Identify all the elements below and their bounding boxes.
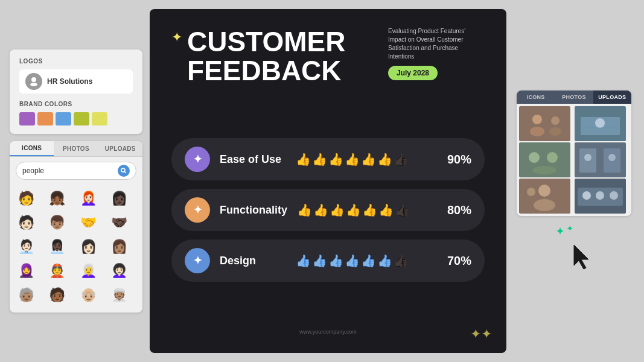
color-swatches [19, 112, 133, 125]
photo-cell-3[interactable] [519, 142, 570, 177]
icon-cell[interactable]: 🧕 [14, 259, 37, 282]
icon-cell[interactable]: 🧓🏽 [14, 284, 37, 306]
icon-grid: 🧑 👧🏾 👩🏻‍🦰 👩🏿 🧑🏻 👦🏽 🤝 🤝🏿 🧑🏻‍💼 👩🏿‍💼 👩🏻 👩🏽 … [10, 185, 142, 313]
functionality-thumbs: 👍 👍 👍 👍 👍 👍 👍🏿 [297, 203, 434, 217]
swatch-blue[interactable] [56, 112, 71, 125]
svg-point-15 [547, 152, 558, 163]
feedback-row-functionality: ✦ Functionality 👍 👍 👍 👍 👍 👍 👍🏿 80% [171, 189, 485, 231]
thumb: 👍 [296, 152, 311, 167]
cursor-area: ✦ ✦ [550, 223, 598, 272]
icon-cell[interactable]: 👳🏽 [108, 284, 131, 306]
ease-icon: ✦ [185, 147, 210, 172]
svg-rect-4 [519, 106, 570, 141]
logo-icon [25, 73, 42, 90]
thumb: 👍 [328, 152, 343, 167]
photos-tab-photos[interactable]: PHOTOS [555, 91, 593, 104]
svg-point-20 [584, 154, 591, 161]
presentation-panel: ✦ CUSTOMER FEEDBACK Evaluating Product F… [150, 9, 506, 353]
search-button[interactable] [118, 165, 130, 177]
svg-point-1 [30, 83, 37, 86]
photo-cell-2[interactable] [575, 106, 626, 141]
ease-percent: 90% [447, 153, 471, 167]
cursor-sparkles-icon-2: ✦ [567, 224, 573, 233]
swatch-orange[interactable] [37, 112, 53, 125]
date-badge: July 2028 [388, 66, 438, 80]
icon-cell[interactable]: 🤝🏿 [108, 211, 131, 234]
svg-point-29 [596, 191, 604, 200]
icon-cell[interactable]: 👩🏿 [108, 187, 131, 210]
icon-cell[interactable]: 👩‍🦳 [77, 259, 100, 282]
title-block: ✦ CUSTOMER FEEDBACK [171, 27, 345, 86]
sparkles-bottom-icon: ✦✦ [470, 326, 492, 342]
icon-tabs-row: ICONS PHOTOS UPLOADS [10, 141, 142, 157]
icon-cell[interactable]: 👲 [46, 259, 69, 282]
icon-cell[interactable]: 🧑🏻 [14, 211, 37, 234]
feedback-row-ease: ✦ Ease of Use 👍 👍 👍 👍 👍 👍 👍🏿 90% [171, 138, 485, 180]
icon-cell[interactable]: 👧🏾 [46, 187, 69, 210]
thumb: 👍 [313, 203, 328, 217]
sparkle-icon: ✦ [171, 30, 182, 45]
logos-label: LOGOS [19, 58, 133, 65]
icon-cell[interactable]: 🤝 [77, 211, 100, 234]
thumb: 👍 [297, 203, 312, 217]
thumb: 👍 [312, 152, 327, 167]
cursor-sparkles-icon: ✦ [556, 226, 564, 237]
thumb: 👍🏿 [394, 253, 409, 268]
svg-point-7 [551, 116, 560, 125]
icon-search-panel: ICONS PHOTOS UPLOADS 🧑 👧🏾 👩🏻‍🦰 👩🏿 🧑🏻 👦🏽 … [10, 141, 142, 313]
tab-photos[interactable]: PHOTOS [54, 141, 98, 156]
svg-marker-31 [574, 245, 588, 269]
icon-cell[interactable]: 👦🏽 [46, 211, 69, 234]
presentation-header: ✦ CUSTOMER FEEDBACK Evaluating Product F… [171, 27, 485, 86]
icon-cell[interactable]: 👩🏻 [77, 235, 100, 258]
photo-cell-5[interactable] [519, 179, 570, 214]
svg-point-2 [121, 168, 125, 172]
subtitle-text: Evaluating Product Features' Impact on O… [388, 27, 485, 61]
functionality-icon: ✦ [185, 197, 210, 223]
tab-icons[interactable]: ICONS [10, 141, 54, 156]
icon-cell[interactable]: 👩🏿‍💼 [46, 235, 69, 258]
logo-row: HR Solutions [19, 69, 133, 94]
thumb: 👍 [377, 152, 392, 167]
svg-point-16 [532, 166, 556, 174]
icon-cell[interactable]: 👩🏻‍🦱 [108, 259, 131, 282]
photos-tab-icons[interactable]: ICONS [517, 91, 555, 104]
subtitle-block: Evaluating Product Features' Impact on O… [388, 27, 485, 80]
svg-point-23 [538, 185, 550, 197]
photos-card: ICONS PHOTOS UPLOADS [517, 91, 631, 216]
left-panel: LOGOS HR Solutions BRAND COLORS ICONS PH… [10, 49, 142, 313]
icon-cell[interactable]: 👩🏽 [108, 235, 131, 258]
thumb: 👍 [330, 203, 345, 217]
icon-cell[interactable]: 🧑🏾 [46, 284, 69, 306]
tab-uploads[interactable]: UPLOADS [98, 141, 142, 156]
design-icon: ✦ [185, 248, 210, 273]
thumb: 👍 [361, 253, 376, 268]
thumb: 👍🏿 [395, 203, 410, 217]
svg-point-21 [608, 154, 616, 161]
svg-line-3 [125, 172, 127, 174]
footer-text: www.yourcompany.com [171, 329, 485, 335]
feedback-row-design: ✦ Design 👍 👍 👍 👍 👍 👍 👍🏿 70% [171, 240, 485, 282]
icon-cell[interactable]: 👩🏻‍🦰 [77, 187, 100, 210]
svg-point-28 [582, 191, 591, 200]
icon-cell[interactable]: 🧑 [14, 187, 37, 210]
photos-tab-uploads[interactable]: UPLOADS [593, 91, 631, 104]
thumb: 👍 [346, 203, 361, 217]
swatch-yellow-green[interactable] [74, 112, 89, 125]
logo-name: HR Solutions [47, 77, 92, 86]
thumb: 👍 [345, 253, 360, 268]
photo-cell-1[interactable] [519, 106, 570, 141]
right-panel: ICONS PHOTOS UPLOADS [514, 91, 634, 272]
svg-point-0 [31, 77, 36, 82]
icon-cell[interactable]: 🧑🏻‍💼 [14, 235, 37, 258]
photo-cell-6[interactable] [575, 179, 626, 214]
photos-tabs-row: ICONS PHOTOS UPLOADS [517, 91, 631, 104]
photo-cell-4[interactable] [575, 142, 626, 177]
ease-label: Ease of Use [220, 153, 286, 166]
swatch-purple[interactable] [19, 112, 35, 125]
svg-point-30 [610, 191, 618, 200]
swatch-yellow[interactable] [92, 112, 107, 125]
thumb: 👍🏿 [394, 152, 409, 167]
icon-cell[interactable]: 👴🏼 [77, 284, 100, 306]
search-input[interactable] [22, 167, 114, 175]
